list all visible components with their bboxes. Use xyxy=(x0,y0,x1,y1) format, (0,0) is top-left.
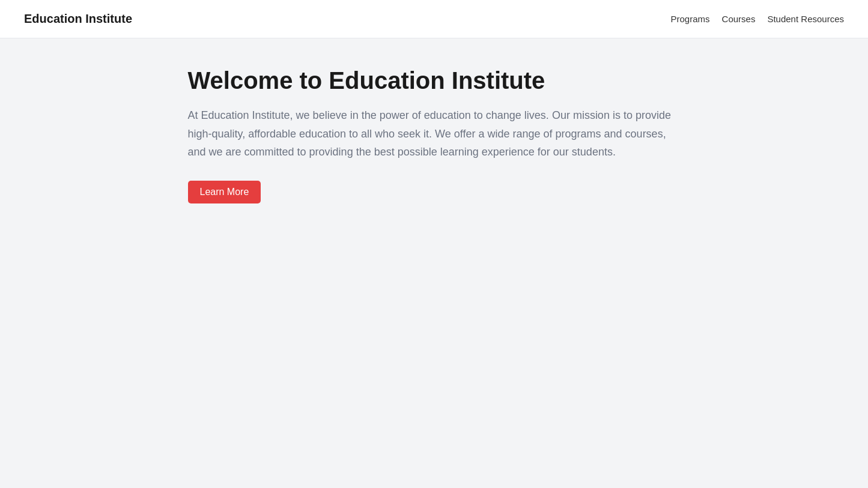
hero-description: At Education Institute, we believe in th… xyxy=(188,106,681,161)
site-header: Education Institute Programs Courses Stu… xyxy=(0,0,868,38)
nav-item-programs[interactable]: Programs xyxy=(671,14,710,24)
learn-more-button[interactable]: Learn More xyxy=(188,181,261,203)
nav-item-student-resources[interactable]: Student Resources xyxy=(767,14,844,24)
hero-title: Welcome to Education Institute xyxy=(188,67,681,94)
site-logo[interactable]: Education Institute xyxy=(24,12,132,26)
main-nav: Programs Courses Student Resources xyxy=(671,14,844,24)
nav-item-courses[interactable]: Courses xyxy=(722,14,756,24)
main-content: Welcome to Education Institute At Educat… xyxy=(164,38,705,232)
